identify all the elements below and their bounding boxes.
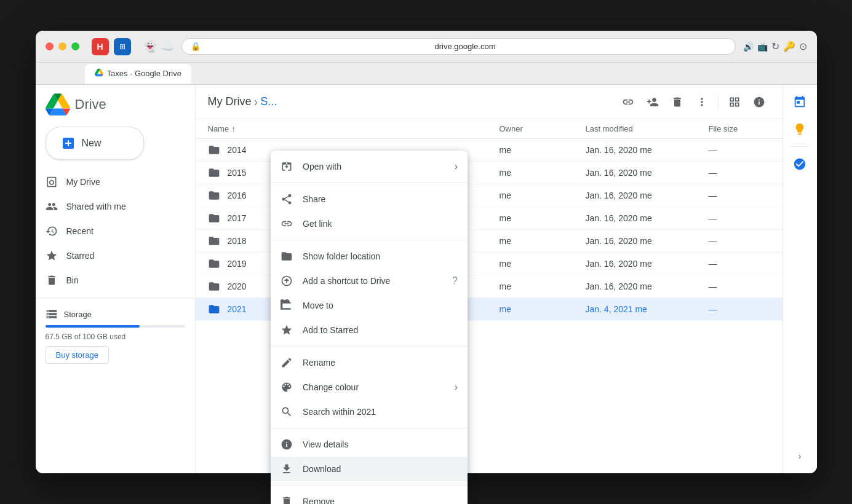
recent-icon: [46, 225, 58, 237]
col-size: File size: [709, 124, 770, 133]
sort-icon[interactable]: ↑: [231, 124, 236, 133]
add-person-button[interactable]: [642, 91, 664, 113]
content-toolbar: [617, 91, 770, 113]
calendar-icon[interactable]: [787, 90, 812, 114]
grid-view-button[interactable]: [723, 91, 746, 113]
delete-button[interactable]: [666, 91, 688, 113]
app-name: Drive: [75, 96, 106, 112]
download-icon-browser[interactable]: ⊙: [799, 41, 807, 52]
ext-icon-b[interactable]: ⊞: [114, 38, 131, 55]
col-name: Name ↑: [208, 124, 500, 133]
sidebar-item-recent[interactable]: Recent: [36, 219, 188, 243]
file-name: 2016: [228, 191, 247, 200]
col-owner: Owner: [500, 124, 586, 133]
storage-icon: [46, 308, 58, 320]
star-icon: [281, 324, 293, 336]
file-size: —: [709, 168, 770, 178]
tasks-icon[interactable]: [787, 152, 812, 176]
menu-item-share[interactable]: Share: [271, 187, 468, 211]
menu-item-add-starred[interactable]: Add to Starred: [271, 318, 468, 342]
info-button[interactable]: [748, 91, 770, 113]
storage-used-text: 67.5 GB of 100 GB used: [46, 333, 185, 341]
file-size: —: [709, 213, 770, 223]
browser-ext-icons: 🔊 📺 ↻ 🔑 ⊙: [743, 41, 807, 52]
share-icon: [281, 193, 293, 205]
browser-titlebar: H ⊞ 👻 ☁️ 🔒 drive.google.com 🔊 📺 ↻ 🔑 ⊙: [36, 31, 817, 63]
right-panel: ›: [782, 85, 817, 473]
file-size: —: [709, 282, 770, 291]
storage-section: Storage 67.5 GB of 100 GB used Buy stora…: [46, 308, 185, 364]
open-icon: [281, 160, 293, 173]
sidebar-shared-label: Shared with me: [66, 202, 126, 211]
more-options-button[interactable]: [691, 91, 713, 113]
menu-item-get-link[interactable]: Get link: [271, 211, 468, 236]
menu-item-search-within[interactable]: Search within 2021: [271, 400, 468, 424]
menu-label: Change colour: [303, 382, 445, 392]
starred-icon: [46, 250, 58, 262]
panel-expand-icon[interactable]: ›: [792, 449, 807, 463]
palette-icon: [281, 381, 293, 393]
file-owner: me: [500, 304, 586, 314]
menu-item-move-to[interactable]: Move to: [271, 293, 468, 318]
menu-item-download[interactable]: Download: [271, 457, 468, 473]
file-size: —: [709, 304, 770, 314]
file-modified: Jan. 16, 2020 me: [586, 213, 709, 223]
shortcut-icon: [281, 275, 293, 287]
sidebar-item-my-drive[interactable]: My Drive: [36, 170, 188, 194]
new-icon: [61, 136, 76, 151]
breadcrumb-my-drive[interactable]: My Drive: [208, 95, 252, 108]
menu-item-view-details[interactable]: View details: [271, 432, 468, 457]
refresh-icon[interactable]: ↻: [771, 41, 779, 52]
menu-item-rename[interactable]: Rename: [271, 350, 468, 375]
lastpass-icon[interactable]: 🔑: [783, 41, 795, 52]
context-menu: Open with › Share Get link Show folder l…: [271, 151, 468, 473]
address-bar[interactable]: 🔒 drive.google.com: [181, 38, 736, 55]
app-logo-area: Drive: [36, 92, 195, 122]
menu-label: Open with: [303, 162, 445, 171]
sidebar-item-bin[interactable]: Bin: [36, 268, 188, 293]
active-tab[interactable]: Taxes - Google Drive: [85, 64, 191, 84]
file-owner: me: [500, 145, 586, 155]
content-header: My Drive › S...: [196, 85, 782, 119]
menu-item-open-with[interactable]: Open with ›: [271, 154, 468, 179]
file-owner: me: [500, 236, 586, 246]
close-button[interactable]: [46, 42, 54, 50]
menu-label: Move to: [303, 301, 458, 310]
bin-icon: [46, 274, 58, 286]
minimize-button[interactable]: [58, 42, 66, 50]
new-button[interactable]: New: [46, 127, 144, 160]
ext-icon-h[interactable]: H: [92, 38, 109, 55]
app-body: Drive New My Drive: [36, 85, 817, 473]
buy-storage-button[interactable]: Buy storage: [46, 346, 109, 364]
rename-icon: [281, 356, 293, 369]
ghost-icon[interactable]: 👻: [143, 40, 157, 53]
menu-item-add-shortcut[interactable]: Add a shortcut to Drive ?: [271, 269, 468, 293]
file-name: 2015: [228, 168, 247, 178]
cloud-icon[interactable]: ☁️: [161, 40, 174, 53]
file-size: —: [709, 145, 770, 155]
sidebar-item-starred[interactable]: Starred: [36, 243, 188, 268]
help-icon: ?: [452, 275, 458, 286]
col-modified: Last modified: [586, 124, 709, 133]
info-icon: [281, 438, 293, 451]
tab-title: Taxes - Google Drive: [107, 69, 181, 78]
menu-label: Show folder location: [303, 251, 458, 261]
file-modified: Jan. 16, 2020 me: [586, 236, 709, 246]
copy-link-button[interactable]: [617, 91, 639, 113]
notes-icon[interactable]: [787, 117, 812, 141]
file-owner: me: [500, 259, 586, 269]
file-name: 2017: [228, 213, 247, 223]
address-bar-area: 🔒 drive.google.com: [181, 38, 736, 55]
file-name: 2019: [228, 259, 247, 269]
menu-item-show-location[interactable]: Show folder location: [271, 244, 468, 269]
storage-bar-container: [46, 325, 185, 328]
file-size: —: [709, 191, 770, 200]
traffic-lights: [46, 42, 79, 50]
menu-item-change-colour[interactable]: Change colour ›: [271, 375, 468, 400]
tab-favicon: [95, 68, 103, 79]
maximize-button[interactable]: [71, 42, 79, 50]
search-icon: [281, 406, 293, 418]
sidebar: Drive New My Drive: [36, 85, 196, 473]
file-name: 2021: [228, 304, 247, 314]
sidebar-item-shared[interactable]: Shared with me: [36, 194, 188, 219]
